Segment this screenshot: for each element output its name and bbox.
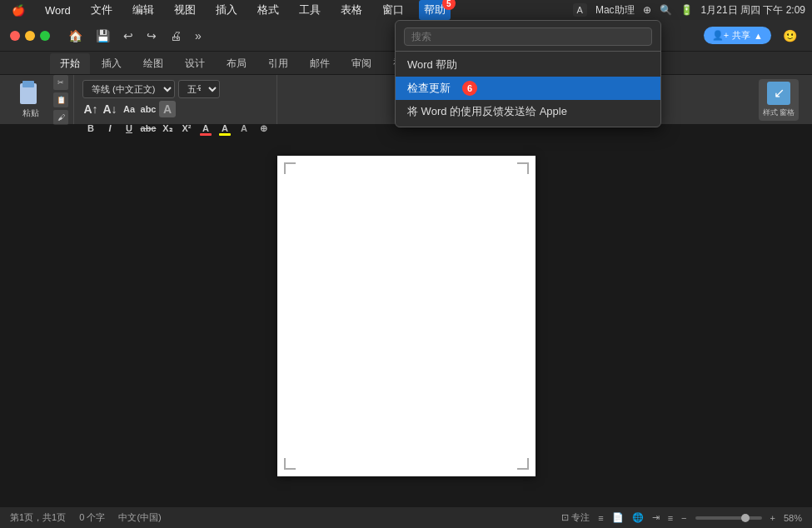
clear-format-button[interactable]: A <box>159 101 176 117</box>
tab-review[interactable]: 审阅 <box>341 53 381 74</box>
highlight-color-button[interactable]: A <box>217 120 233 137</box>
document-area <box>0 125 812 506</box>
tab-mail[interactable]: 邮件 <box>300 53 340 74</box>
word-menu[interactable]: Word <box>40 0 76 20</box>
text-effects-button[interactable]: ⊕ <box>255 120 271 137</box>
zoom-level: 58% <box>784 513 802 523</box>
apple-icon: 🍎 <box>12 4 25 17</box>
share-button[interactable]: 👤+ 共享 ▲ <box>704 27 771 44</box>
window-menu[interactable]: 窗口 <box>377 0 409 20</box>
subscript-button[interactable]: X₂ <box>159 120 176 137</box>
cut-button[interactable]: ✂ <box>53 75 68 90</box>
zoom-slider[interactable] <box>695 516 762 520</box>
char-shading-button[interactable]: A <box>236 120 252 137</box>
page-count: 第1页，共1页 <box>10 511 66 524</box>
language: 中文(中国) <box>118 511 161 524</box>
mac-helper[interactable]: Mac助理 <box>595 3 635 17</box>
maximize-button[interactable] <box>40 31 50 41</box>
wifi-icon: ⊕ <box>643 4 651 16</box>
datetime: 1月21日 周四 下午 2:09 <box>701 3 805 17</box>
bold-button[interactable]: B <box>82 120 99 137</box>
format-painter-button[interactable]: 🖌 <box>53 110 68 125</box>
dictation-icon[interactable]: A <box>573 3 587 17</box>
zoom-plus[interactable]: + <box>770 513 775 523</box>
home-button[interactable]: 🏠 <box>63 27 87 45</box>
feedback-item[interactable]: 将 Word 的使用反馈发送给 Apple <box>396 100 660 123</box>
paste-button[interactable]: 粘贴 <box>12 77 50 122</box>
zoom-thumb[interactable] <box>741 514 750 522</box>
style-panel-button[interactable]: ↙ 样式 窗格 <box>759 79 799 121</box>
read-view-icon[interactable]: ≡ <box>598 513 603 523</box>
text-format-row: B I U abc X₂ X² A A A ⊕ <box>82 120 271 137</box>
grow-font-button[interactable]: A↑ <box>82 101 99 117</box>
word-count: 0 个字 <box>79 511 105 524</box>
word-help-item[interactable]: Word 帮助 <box>396 53 660 77</box>
tab-insert[interactable]: 插入 <box>92 53 132 74</box>
format-row: A↑ A↓ Aa abc A <box>82 101 176 117</box>
change-case-button[interactable]: Aa <box>121 101 137 117</box>
shrink-font-button[interactable]: A↓ <box>102 101 118 117</box>
file-menu[interactable]: 文件 <box>86 0 117 20</box>
close-button[interactable] <box>10 31 20 41</box>
print-view-icon[interactable]: 📄 <box>612 512 624 523</box>
check-updates-item[interactable]: 检查更新 6 <box>396 77 660 100</box>
search-icon[interactable]: 🔍 <box>660 4 672 16</box>
person-add-icon: 👤+ <box>712 30 729 41</box>
table-menu[interactable]: 表格 <box>336 0 367 20</box>
font-name-selector[interactable]: 等线 (中文正文) <box>82 80 175 98</box>
font-size-selector[interactable]: 五号 <box>178 80 220 98</box>
document-page[interactable] <box>277 156 536 476</box>
undo-button[interactable]: ↩ <box>118 27 138 45</box>
tab-reference[interactable]: 引用 <box>258 53 298 74</box>
apple-menu[interactable]: 🍎 <box>7 0 30 20</box>
edit-menu[interactable]: 编辑 <box>127 0 159 20</box>
battery-icon: 🔋 <box>680 4 693 16</box>
minimize-button[interactable] <box>25 31 35 41</box>
search-input[interactable] <box>404 27 652 46</box>
paste-section: 粘贴 ✂ 📋 🖌 <box>7 75 74 124</box>
menu-bar-right: A Mac助理 ⊕ 🔍 🔋 1月21日 周四 下午 2:09 <box>573 3 805 17</box>
highlight-button[interactable]: abc <box>140 101 157 117</box>
italic-button[interactable]: I <box>102 120 118 137</box>
tab-draw[interactable]: 绘图 <box>133 53 173 74</box>
paste-options: ✂ 📋 🖌 <box>53 75 68 125</box>
insert-menu[interactable]: 插入 <box>211 0 242 20</box>
view-menu[interactable]: 视图 <box>169 0 201 20</box>
underline-button[interactable]: U <box>121 120 137 137</box>
corner-bl <box>284 458 296 470</box>
copy-button[interactable]: 📋 <box>53 92 68 107</box>
help-menu[interactable]: 帮助 5 <box>419 0 451 20</box>
status-bar-right: ⊡ 专注 ≡ 📄 🌐 ⇥ ≡ − + 58% <box>561 511 802 524</box>
update-badge: 6 <box>462 81 477 96</box>
format-menu[interactable]: 格式 <box>252 0 284 20</box>
font-color-button[interactable]: A <box>197 120 214 137</box>
print-button[interactable]: 🖨 <box>165 27 187 45</box>
menu-bar: 🍎 Word 文件 编辑 视图 插入 格式 工具 表格 窗口 帮助 5 A Ma… <box>0 0 812 20</box>
zoom-minus[interactable]: − <box>681 513 686 523</box>
indent-icon[interactable]: ⇥ <box>652 512 660 523</box>
status-bar: 第1页，共1页 0 个字 中文(中国) ⊡ 专注 ≡ 📄 🌐 ⇥ ≡ − + 5… <box>0 506 812 528</box>
tab-layout[interactable]: 布局 <box>217 53 257 74</box>
chevron-up-icon: ▲ <box>754 31 763 41</box>
more-button[interactable]: » <box>190 27 207 45</box>
help-badge: 5 <box>442 0 456 10</box>
tools-menu[interactable]: 工具 <box>294 0 326 20</box>
redo-button[interactable]: ↪ <box>142 27 162 45</box>
corner-tr <box>517 162 529 174</box>
font-section: 等线 (中文正文) 五号 A↑ A↓ Aa abc A B I U abc X₂… <box>77 75 277 124</box>
corner-tl <box>284 162 296 174</box>
focus-button[interactable]: ⊡ 专注 <box>561 511 590 524</box>
web-view-icon[interactable]: 🌐 <box>632 512 644 523</box>
tab-home[interactable]: 开始 <box>50 53 90 74</box>
align-icon[interactable]: ≡ <box>668 513 673 523</box>
strikethrough-button[interactable]: abc <box>140 120 157 137</box>
tab-design[interactable]: 设计 <box>175 53 215 74</box>
save-button[interactable]: 💾 <box>91 27 115 45</box>
dropdown-divider-1 <box>396 51 660 52</box>
corner-br <box>517 458 529 470</box>
focus-icon: ⊡ <box>561 512 569 523</box>
search-section <box>396 24 660 49</box>
smiley-button[interactable]: 🙂 <box>778 27 802 45</box>
help-dropdown: Word 帮助 检查更新 6 将 Word 的使用反馈发送给 Apple <box>395 20 661 127</box>
superscript-button[interactable]: X² <box>178 120 195 137</box>
